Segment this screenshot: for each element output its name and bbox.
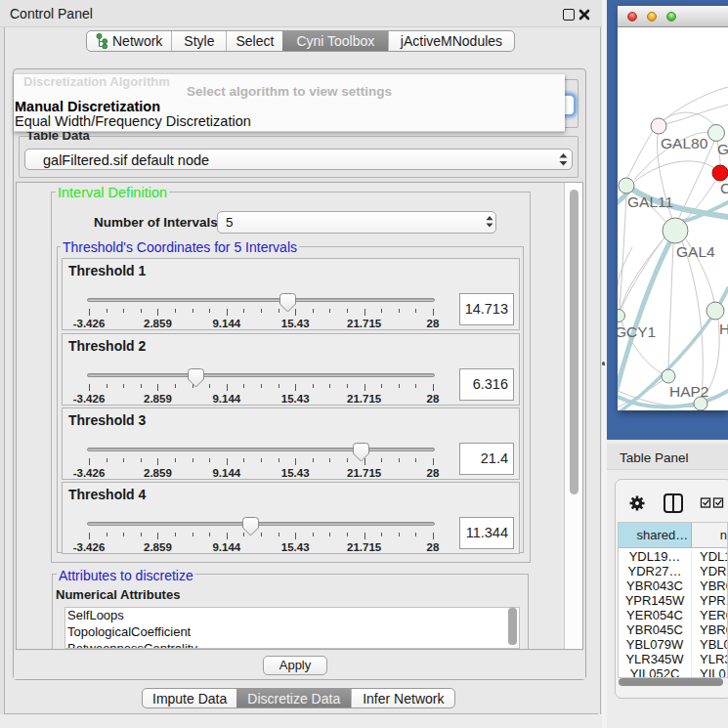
- svg-text:GAL80: GAL80: [661, 135, 708, 151]
- svg-text:GA: GA: [717, 141, 728, 157]
- svg-text:HAP2: HAP2: [669, 383, 709, 400]
- svg-text:GAL11: GAL11: [627, 193, 673, 210]
- svg-text:HI: HI: [719, 321, 728, 337]
- svg-text:GAL4: GAL4: [676, 243, 715, 260]
- svg-text:GCY1: GCY1: [618, 323, 656, 340]
- svg-text:CY: CY: [720, 180, 728, 196]
